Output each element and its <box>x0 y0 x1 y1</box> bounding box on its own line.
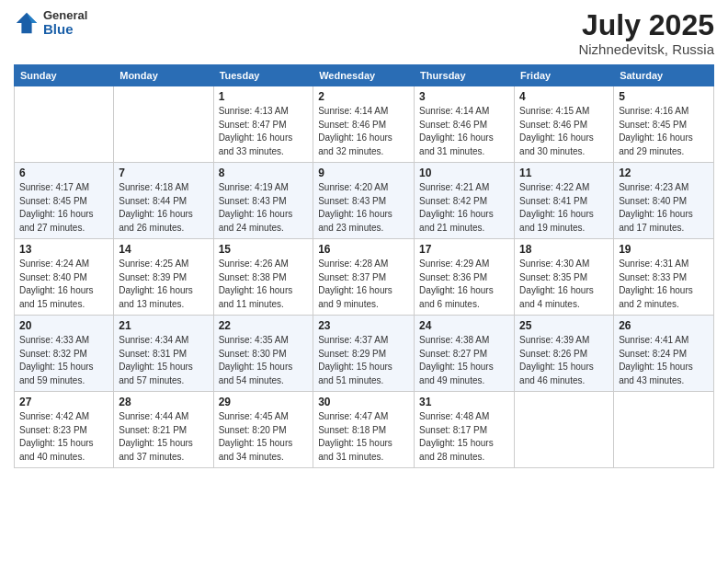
logo-general-label: General <box>43 9 87 22</box>
table-row: 26Sunrise: 4:41 AM Sunset: 8:24 PM Dayli… <box>614 316 714 392</box>
table-row: 11Sunrise: 4:22 AM Sunset: 8:41 PM Dayli… <box>515 163 614 239</box>
table-row: 10Sunrise: 4:21 AM Sunset: 8:42 PM Dayli… <box>415 163 515 239</box>
cell-date: 2 <box>318 90 409 103</box>
table-row: 24Sunrise: 4:38 AM Sunset: 8:27 PM Dayli… <box>415 316 515 392</box>
table-row: 14Sunrise: 4:25 AM Sunset: 8:39 PM Dayli… <box>114 239 213 316</box>
table-row: 20Sunrise: 4:33 AM Sunset: 8:32 PM Dayli… <box>15 316 114 392</box>
table-row: 21Sunrise: 4:34 AM Sunset: 8:31 PM Dayli… <box>114 316 213 392</box>
col-wednesday: Wednesday <box>313 65 415 86</box>
cell-date: 27 <box>19 396 108 408</box>
cell-date: 14 <box>119 243 208 256</box>
col-sunday: Sunday <box>15 65 114 86</box>
cell-info: Sunrise: 4:22 AM Sunset: 8:41 PM Dayligh… <box>519 181 609 235</box>
col-friday: Friday <box>515 65 614 86</box>
calendar-header-row: Sunday Monday Tuesday Wednesday Thursday… <box>15 65 714 86</box>
col-saturday: Saturday <box>614 65 714 86</box>
cell-date: 23 <box>318 319 409 332</box>
table-row: 7Sunrise: 4:18 AM Sunset: 8:44 PM Daylig… <box>114 163 213 239</box>
col-tuesday: Tuesday <box>213 65 313 86</box>
cell-info: Sunrise: 4:44 AM Sunset: 8:21 PM Dayligh… <box>119 410 208 464</box>
cell-info: Sunrise: 4:23 AM Sunset: 8:40 PM Dayligh… <box>619 181 709 235</box>
cell-info: Sunrise: 4:47 AM Sunset: 8:18 PM Dayligh… <box>318 410 409 464</box>
cell-date: 1 <box>219 90 309 103</box>
table-row: 12Sunrise: 4:23 AM Sunset: 8:40 PM Dayli… <box>614 163 714 239</box>
table-row: 13Sunrise: 4:24 AM Sunset: 8:40 PM Dayli… <box>15 239 114 316</box>
cell-info: Sunrise: 4:14 AM Sunset: 8:46 PM Dayligh… <box>318 105 409 158</box>
cell-info: Sunrise: 4:34 AM Sunset: 8:31 PM Dayligh… <box>119 334 208 387</box>
table-row: 31Sunrise: 4:48 AM Sunset: 8:17 PM Dayli… <box>415 392 515 468</box>
table-row: 30Sunrise: 4:47 AM Sunset: 8:18 PM Dayli… <box>313 392 415 468</box>
table-row <box>114 86 213 163</box>
cell-date: 6 <box>19 167 108 179</box>
logo-blue-label: Blue <box>43 22 87 38</box>
col-thursday: Thursday <box>415 65 515 86</box>
cell-date: 22 <box>219 319 309 332</box>
cell-date: 25 <box>519 319 609 332</box>
table-row: 19Sunrise: 4:31 AM Sunset: 8:33 PM Dayli… <box>614 239 714 316</box>
cell-date: 11 <box>519 167 609 179</box>
cell-date: 24 <box>419 319 509 332</box>
header: General Blue July 2025 Nizhnedevitsk, Ru… <box>14 9 714 57</box>
cell-info: Sunrise: 4:48 AM Sunset: 8:17 PM Dayligh… <box>419 410 509 464</box>
cell-date: 16 <box>318 243 409 256</box>
table-row: 16Sunrise: 4:28 AM Sunset: 8:37 PM Dayli… <box>313 239 415 316</box>
cell-info: Sunrise: 4:31 AM Sunset: 8:33 PM Dayligh… <box>619 258 709 311</box>
table-row <box>614 392 714 468</box>
calendar-table: Sunday Monday Tuesday Wednesday Thursday… <box>14 64 714 468</box>
logo-text: General Blue <box>43 9 87 38</box>
cell-date: 20 <box>19 319 108 332</box>
table-row: 4Sunrise: 4:15 AM Sunset: 8:46 PM Daylig… <box>515 86 614 163</box>
cell-info: Sunrise: 4:41 AM Sunset: 8:24 PM Dayligh… <box>619 334 709 387</box>
cell-info: Sunrise: 4:33 AM Sunset: 8:32 PM Dayligh… <box>19 334 108 387</box>
cell-date: 26 <box>619 319 709 332</box>
cell-info: Sunrise: 4:29 AM Sunset: 8:36 PM Dayligh… <box>419 258 509 311</box>
cell-info: Sunrise: 4:30 AM Sunset: 8:35 PM Dayligh… <box>519 258 609 311</box>
table-row: 23Sunrise: 4:37 AM Sunset: 8:29 PM Dayli… <box>313 316 415 392</box>
calendar-week-row: 13Sunrise: 4:24 AM Sunset: 8:40 PM Dayli… <box>15 239 714 316</box>
calendar-week-row: 27Sunrise: 4:42 AM Sunset: 8:23 PM Dayli… <box>15 392 714 468</box>
table-row: 17Sunrise: 4:29 AM Sunset: 8:36 PM Dayli… <box>415 239 515 316</box>
table-row: 8Sunrise: 4:19 AM Sunset: 8:43 PM Daylig… <box>213 163 313 239</box>
table-row: 1Sunrise: 4:13 AM Sunset: 8:47 PM Daylig… <box>213 86 313 163</box>
cell-info: Sunrise: 4:24 AM Sunset: 8:40 PM Dayligh… <box>19 258 108 311</box>
table-row: 3Sunrise: 4:14 AM Sunset: 8:46 PM Daylig… <box>415 86 515 163</box>
page: General Blue July 2025 Nizhnedevitsk, Ru… <box>0 0 728 563</box>
cell-info: Sunrise: 4:39 AM Sunset: 8:26 PM Dayligh… <box>519 334 609 387</box>
cell-info: Sunrise: 4:19 AM Sunset: 8:43 PM Dayligh… <box>219 181 309 235</box>
cell-date: 4 <box>519 90 609 103</box>
cell-date: 29 <box>219 396 309 408</box>
table-row: 6Sunrise: 4:17 AM Sunset: 8:45 PM Daylig… <box>15 163 114 239</box>
cell-info: Sunrise: 4:45 AM Sunset: 8:20 PM Dayligh… <box>219 410 309 464</box>
cell-date: 19 <box>619 243 709 256</box>
calendar-week-row: 20Sunrise: 4:33 AM Sunset: 8:32 PM Dayli… <box>15 316 714 392</box>
cell-date: 30 <box>318 396 409 408</box>
col-monday: Monday <box>114 65 213 86</box>
calendar-week-row: 6Sunrise: 4:17 AM Sunset: 8:45 PM Daylig… <box>15 163 714 239</box>
cell-info: Sunrise: 4:38 AM Sunset: 8:27 PM Dayligh… <box>419 334 509 387</box>
cell-info: Sunrise: 4:35 AM Sunset: 8:30 PM Dayligh… <box>219 334 309 387</box>
cell-date: 5 <box>619 90 709 103</box>
cell-date: 9 <box>318 167 409 179</box>
cell-info: Sunrise: 4:26 AM Sunset: 8:38 PM Dayligh… <box>219 258 309 311</box>
cell-date: 13 <box>19 243 108 256</box>
cell-info: Sunrise: 4:37 AM Sunset: 8:29 PM Dayligh… <box>318 334 409 387</box>
cell-info: Sunrise: 4:20 AM Sunset: 8:43 PM Dayligh… <box>318 181 409 235</box>
cell-date: 10 <box>419 167 509 179</box>
table-row: 27Sunrise: 4:42 AM Sunset: 8:23 PM Dayli… <box>15 392 114 468</box>
calendar-week-row: 1Sunrise: 4:13 AM Sunset: 8:47 PM Daylig… <box>15 86 714 163</box>
table-row <box>515 392 614 468</box>
cell-info: Sunrise: 4:15 AM Sunset: 8:46 PM Dayligh… <box>519 105 609 158</box>
cell-date: 21 <box>119 319 208 332</box>
cell-date: 31 <box>419 396 509 408</box>
logo: General Blue <box>14 9 87 38</box>
cell-date: 12 <box>619 167 709 179</box>
table-row: 28Sunrise: 4:44 AM Sunset: 8:21 PM Dayli… <box>114 392 213 468</box>
cell-date: 17 <box>419 243 509 256</box>
table-row: 25Sunrise: 4:39 AM Sunset: 8:26 PM Dayli… <box>515 316 614 392</box>
cell-info: Sunrise: 4:13 AM Sunset: 8:47 PM Dayligh… <box>219 105 309 158</box>
title-location: Nizhnedevitsk, Russia <box>578 41 714 57</box>
cell-date: 3 <box>419 90 509 103</box>
table-row: 29Sunrise: 4:45 AM Sunset: 8:20 PM Dayli… <box>213 392 313 468</box>
table-row: 18Sunrise: 4:30 AM Sunset: 8:35 PM Dayli… <box>515 239 614 316</box>
logo-icon <box>14 10 40 36</box>
